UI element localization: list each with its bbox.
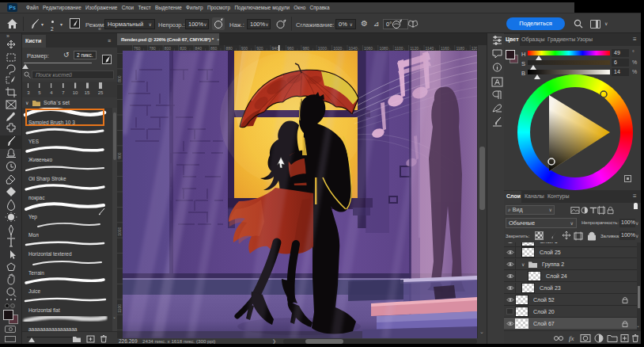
svg-text:1160: 1160 [441, 46, 449, 51]
svg-text:15: 15 [85, 90, 90, 95]
svg-text:880: 880 [225, 46, 233, 51]
svg-text:1100: 1100 [118, 304, 123, 313]
svg-text:1200: 1200 [472, 46, 477, 51]
svg-text:780: 780 [149, 46, 156, 51]
svg-text:fx: fx [569, 334, 574, 342]
svg-text:1100: 1100 [395, 46, 403, 51]
svg-text:920: 920 [256, 46, 263, 51]
svg-text:1120: 1120 [410, 46, 419, 51]
svg-text:7: 7 [62, 90, 65, 95]
svg-text:1180: 1180 [456, 46, 464, 51]
svg-text:960: 960 [287, 46, 294, 51]
svg-text:1020: 1020 [333, 46, 342, 51]
svg-text:3: 3 [27, 90, 30, 95]
svg-text:860: 860 [210, 46, 218, 51]
svg-text:1000: 1000 [318, 46, 327, 51]
svg-text:800: 800 [118, 75, 123, 82]
svg-text:900: 900 [118, 152, 123, 159]
svg-text:940: 940 [272, 46, 279, 51]
svg-text:10: 10 [73, 90, 78, 95]
svg-text:840: 840 [195, 46, 203, 51]
svg-text:1060: 1060 [364, 46, 373, 51]
svg-text:1140: 1140 [426, 46, 434, 51]
svg-text:1000: 1000 [118, 227, 123, 235]
svg-text:760: 760 [134, 46, 141, 51]
svg-text:5: 5 [38, 90, 41, 95]
svg-text:1080: 1080 [379, 46, 388, 51]
svg-text:980: 980 [302, 46, 309, 51]
svg-text:25: 25 [98, 90, 104, 95]
svg-text:900: 900 [241, 46, 248, 51]
svg-text:4: 4 [50, 90, 53, 95]
svg-text:1040: 1040 [349, 46, 358, 51]
svg-text:800: 800 [165, 46, 172, 51]
svg-text:820: 820 [180, 46, 187, 51]
